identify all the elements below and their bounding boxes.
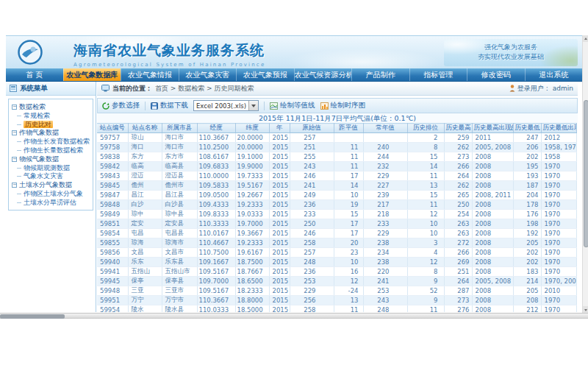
nav-tab[interactable]: 农业气象情报 [121, 68, 179, 81]
nav-tab[interactable]: 首 页 [6, 68, 63, 81]
table-row[interactable]: 59948三亚三亚市109.516718.23332015229-2425352… [97, 286, 576, 296]
collapse-icon[interactable]: − [12, 105, 17, 110]
table-cell: 海口市 [162, 143, 197, 152]
column-header[interactable]: 经度 [197, 124, 235, 133]
tree-leaf-item[interactable]: 常规检索 [12, 112, 91, 121]
table-cell: 212 [513, 305, 541, 313]
table-cell: 4 [407, 248, 444, 258]
column-header[interactable]: 站点编号 [97, 124, 128, 133]
table-row[interactable]: 59758海口海口市110.250020.0000201525111240826… [97, 143, 576, 152]
table-row[interactable]: 59951万宁万宁市110.366718.8000201525613243927… [97, 296, 576, 305]
table-row[interactable]: 59855琼海琼海市110.466719.2333201525820238327… [97, 238, 576, 248]
collapse-icon[interactable]: − [12, 130, 17, 135]
data-download-button[interactable]: 数据下载 [151, 101, 188, 110]
column-header[interactable]: 历史排位 [407, 124, 444, 133]
table-cell: 253 [363, 286, 407, 296]
column-header[interactable]: 历史最高出现的年份 [472, 124, 513, 133]
table-row[interactable]: 59854屯昌屯昌县110.016719.3667201524617229102… [97, 229, 576, 238]
table-cell: 陵水县 [162, 305, 197, 313]
table-cell: 187 [513, 181, 541, 191]
table-cell: 澄迈县 [162, 171, 197, 181]
table-cell: 1970 [541, 296, 576, 305]
table-row[interactable]: 59845儋州儋州市109.583319.5167201524114227132… [97, 181, 576, 191]
nav-tab[interactable]: 农业气候资源分析 [294, 68, 352, 81]
tree-parent-item[interactable]: −数据检索 [12, 103, 91, 112]
table-cell: 2008 [472, 200, 513, 210]
table-row[interactable]: 59945保亭保亭县109.700018.6500201525312241926… [97, 277, 576, 286]
scroll-down-icon[interactable] [583, 306, 588, 313]
tree-parent-item[interactable]: −土壤水分气象数据 [12, 181, 91, 190]
table-cell: 澄迈 [128, 171, 162, 181]
draw-contour-button[interactable]: 绘制等值线 [270, 101, 315, 110]
collapse-icon[interactable]: − [12, 157, 17, 162]
nav-tab[interactable]: 指标管理 [409, 68, 467, 81]
table-cell: 18.7500 [235, 258, 269, 267]
nav-tab[interactable]: 产品制作 [351, 68, 409, 81]
horizontal-scroll-thumb[interactable] [0, 314, 65, 319]
table-cell: 13 [334, 296, 363, 305]
param-select-button[interactable]: 参数选择 [102, 101, 140, 110]
table-row[interactable]: 59940乐东乐东县109.166718.7500201524810238122… [97, 258, 576, 267]
table-row[interactable]: 59757琼山海口市110.366720.0000201525722592011… [97, 133, 576, 143]
table-row[interactable]: 59847昌江昌江县109.050019.2667201524910239152… [97, 191, 576, 200]
table-cell: 110.0167 [197, 229, 235, 238]
column-header[interactable]: 距平值 [334, 124, 363, 133]
table-cell: 110.3667 [197, 133, 235, 143]
tree-leaf-item[interactable]: 作物生长发育数据检索 [12, 138, 91, 146]
column-header[interactable]: 历史最高 [444, 124, 472, 133]
table-row[interactable]: 59856文昌文昌市110.750019.6167201525723234426… [97, 248, 576, 258]
table-cell: 12 [334, 277, 363, 286]
table-row[interactable]: 59842临高临高县109.683319.9000201524311232142… [97, 162, 576, 171]
table-row[interactable]: 59848白沙白沙县109.433319.2333201523619217112… [97, 200, 576, 210]
vertical-scrollbar[interactable] [582, 35, 588, 313]
table-cell: 乐东 [128, 258, 162, 267]
table-cell: 11 [407, 171, 444, 181]
tree-leaf-item[interactable]: 气象水文灾害 [12, 172, 91, 181]
table-row[interactable]: 59843澄迈澄迈县110.000019.7333201524617229112… [97, 171, 576, 181]
table-row[interactable]: 59941五指山五指山市109.516718.76672015236162208… [97, 267, 576, 277]
table-cell: 255 [290, 152, 334, 162]
table-row[interactable]: 59849琼中琼中县109.833319.0333201523315218122… [97, 210, 576, 219]
dropdown-caret-icon[interactable] [248, 101, 258, 110]
table-cell: 249 [290, 191, 334, 200]
tree-leaf-item[interactable]: 物候期观测数据 [12, 164, 91, 173]
refresh-icon [102, 102, 110, 110]
draw-timeseries-button[interactable]: 绘制时序图 [320, 101, 366, 110]
column-header[interactable]: 站点名称 [128, 124, 162, 133]
scroll-up-icon[interactable] [583, 35, 588, 42]
horizontal-scrollbar[interactable] [0, 313, 588, 319]
column-header[interactable]: 常年值 [363, 124, 407, 133]
table-cell: 246 [290, 229, 334, 238]
table-cell: 59847 [97, 191, 128, 200]
tree-leaf-item[interactable]: 历史比对 [12, 121, 91, 130]
table-cell: 3 [407, 238, 444, 248]
collapse-icon[interactable]: − [12, 183, 17, 188]
nav-tab[interactable]: 退出系统 [525, 68, 583, 81]
table-row[interactable]: 59954陵水陵水县110.033318.5000201525811248112… [97, 305, 576, 313]
column-header[interactable]: 历史最低 [513, 124, 541, 133]
column-header[interactable]: 原始值 [290, 124, 334, 133]
table-header-row: 站点编号站点名称所属市县经度纬度年原始值距平值常年值历史排位历史最高历史最高出现… [97, 124, 576, 133]
nav-tab[interactable]: 修改密码 [467, 68, 525, 81]
table-row[interactable]: 59851定安定安县110.333319.7000201525017233102… [97, 219, 576, 229]
main-panel: 当前的位置： 首页 > 数据检索 > 历史同期检索 登录用户：admin 参数选… [97, 82, 578, 312]
column-header[interactable]: 所属市县 [162, 124, 197, 133]
column-header[interactable]: 历史最低出现的年份 [541, 124, 576, 133]
table-cell: 109.1667 [197, 258, 235, 267]
vertical-scroll-thumb[interactable] [584, 100, 588, 247]
column-header[interactable]: 纬度 [235, 124, 269, 133]
table-row[interactable]: 59838东方东方市108.616719.1000201525511244152… [97, 152, 576, 162]
table-cell: 2008 [472, 296, 513, 305]
tree-parent-item[interactable]: −作物气象数据 [12, 129, 91, 138]
tree-parent-item[interactable]: −物候气象数据 [12, 155, 91, 164]
tree-leaf-item[interactable]: 作物生长量数据检索 [12, 146, 91, 155]
breadcrumb-path[interactable]: 首页 > 数据检索 > 历史同期检索 [155, 84, 254, 93]
download-format-select[interactable]: Excel 2003(.xls) [193, 100, 259, 111]
nav-tab[interactable]: 农业气象数据库 [63, 68, 121, 81]
nav-tab[interactable]: 农业气象预报 [236, 68, 294, 81]
column-header[interactable]: 年 [269, 124, 290, 133]
tree-leaf-item[interactable]: 土壤水分旱涝评估 [12, 199, 91, 208]
nav-tab[interactable]: 农业气象灾害 [179, 68, 237, 81]
table-cell: 110.4667 [197, 238, 235, 248]
tree-leaf-item[interactable]: 作物区土壤水分气象 [12, 190, 91, 199]
